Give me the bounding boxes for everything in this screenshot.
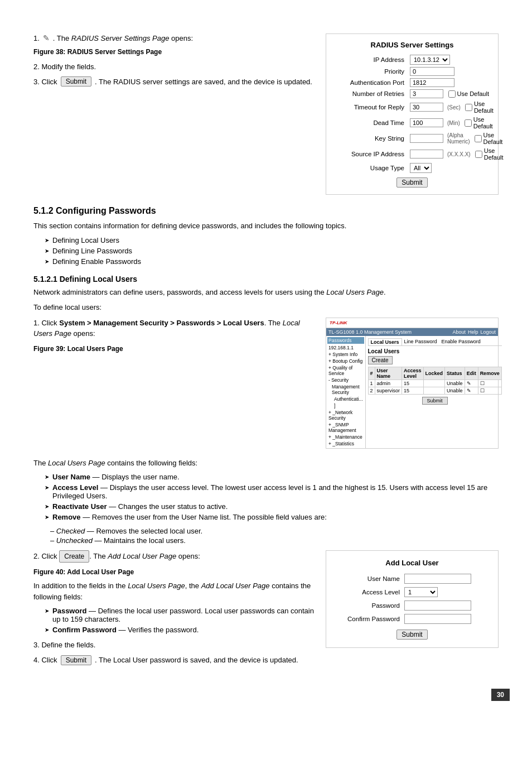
sidebar-statistics: + _Statistics [327,440,364,447]
local-users-page-ref3: Local Users Page [48,459,105,467]
sidebar-snmp: + _SNMP Management [327,421,364,434]
figure38-label: Figure 38: RADIUS Server Settings Page [33,48,315,56]
section-5121-title: 5.1.2.1 Defining Local Users [33,275,499,284]
confirm-password-input[interactable] [404,614,471,624]
auth-port-input[interactable] [410,78,454,87]
tab-line-password[interactable]: Line Password [402,338,439,345]
key-checkbox[interactable] [475,135,482,142]
add-local-page-ref2: Add Local User Page [201,582,270,590]
ip-address-select[interactable]: 10.1.3.12 [410,55,450,65]
key-string-input[interactable] [410,134,443,143]
create-btn-device[interactable]: Create [368,356,393,364]
retries-input[interactable] [410,89,443,98]
section-512-title: 5.1.2 Configuring Passwords [33,206,499,216]
source-ip-input[interactable] [410,150,443,158]
timeout-use-default[interactable]: Use Default [465,100,494,114]
usage-type-label: Usage Type [335,165,408,171]
sidebar-passwords: Passwords [327,337,364,344]
add-user-submit-button[interactable]: Submit [396,630,427,640]
remove-sub-bullets: Checked — Removes the selected local use… [50,527,499,545]
remove-checked: Checked — Removes the selected local use… [50,527,499,535]
bullet-defining-local: Defining Local Users [52,236,119,244]
timeout-label: Timeout for Reply [335,104,408,111]
add-fields-list: Password — Defines the local user passwo… [45,607,315,634]
tab-local-users[interactable]: Local Users [368,338,402,345]
sidebar-system-info: + System Info [327,351,364,358]
step3-num: 3. Click [33,78,57,86]
sidebar-bootup: + Bootup Config [327,358,364,364]
radius-submit-button[interactable]: Submit [396,177,427,188]
radius-server-settings-box: RADIUS Server Settings IP Address 10.1.3… [326,33,499,195]
source-checkbox[interactable] [475,151,482,158]
step4-num: 4. Click [33,656,57,664]
ip-address-label: IP Address [335,56,408,63]
timeout-unit: (Sec) [447,104,461,111]
device-nav-help: Help [468,329,478,335]
device-nav-about: About [452,329,466,335]
key-string-label: Key String [335,135,408,142]
table-row: 2 supervisor 15 Unable ✎ ☐ [368,387,501,394]
add-local-user-ref1: Add Local User Page [108,552,176,560]
step1-text: . The RADIUS Server Settings Page opens: [53,34,193,42]
field-remove: Remove — Removes the user from the User … [52,513,327,521]
sidebar-mgmt-security: Management Security [327,383,364,396]
source-use-default[interactable]: Use Default [475,147,504,161]
access-level-select[interactable]: 1 [404,587,438,597]
sidebar-auth: Authenticati... [327,396,364,402]
radius-page-name: RADIUS Server Settings Page [71,34,170,42]
retries-checkbox[interactable] [448,90,456,98]
key-use-default[interactable]: Use Default [475,132,503,145]
sidebar-network-sec: + _Network Security [327,409,364,421]
access-level-label: Access Level [337,589,404,595]
add-page-intro: In addition to the fields in the Local U… [33,580,315,602]
step3-define: 3. Define the fields. [33,640,315,651]
priority-input[interactable] [410,67,454,76]
step2-create: 2. Click Create. The Add Local User Page… [33,550,315,563]
click-icon: ✎ [43,33,50,42]
submit-button-radius[interactable]: Submit [61,76,91,87]
table-row: 1 admin 15 Unable ✎ ☐ [368,380,501,387]
dead-time-unit: (Min) [447,120,460,126]
sidebar-security: - Security [327,377,364,383]
nav-path-text: System > Management Security > Passwords… [59,319,264,327]
create-button-inline[interactable]: Create [59,550,89,563]
password-input[interactable] [404,601,471,611]
local-page-contains: The Local Users Page contains the follow… [33,458,499,469]
step2-text: 2. Modify the fields. [33,63,96,71]
device-nav-logout: Logout [480,329,496,335]
step4-text: . The Local User password is saved, and … [95,656,298,664]
sidebar-maintenance: + _Maintenance [327,434,364,440]
priority-label: Priority [335,68,408,75]
sidebar-qos: + Quality of Service [327,364,364,377]
bullet-defining-line: Defining Line Passwords [52,247,132,255]
timeout-input[interactable] [410,103,443,112]
step1-local-users: 1. Click System > Management Security > … [33,318,315,339]
user-name-label: User Name [337,575,404,582]
source-ip-label: Source IP Address [335,151,408,157]
device-submit-btn[interactable]: Submit [422,397,448,405]
dead-time-checkbox[interactable] [465,119,472,127]
local-users-page-ref1: Local Users Page [326,288,384,296]
source-note: (X.X.X.X) [447,151,471,157]
user-name-input[interactable] [404,574,471,584]
timeout-checkbox[interactable] [465,104,472,111]
tab-enable-password[interactable]: Enable Password [439,338,483,345]
sidebar-bracket: ] [327,402,364,409]
remove-unchecked: Unchecked — Maintains the local users. [50,536,499,545]
submit-button-final[interactable]: Submit [61,655,91,665]
step1-number: 1. [33,34,40,42]
add-user-box-title: Add Local User [337,559,487,567]
retries-use-default[interactable]: Use Default [448,90,489,98]
usage-type-select[interactable]: All [410,163,432,173]
local-users-device-screenshot: TP-LINK TL-SG1008 1.0 Management System … [326,318,499,449]
field-username: User Name — Displays the user name. [52,473,180,481]
page-number: 30 [491,689,510,701]
device-model-text: TL-SG1008 1.0 Management System [328,329,412,335]
dead-time-label: Dead Time [335,119,408,126]
figure40-label: Figure 40: Add Local User Page [33,568,315,576]
sidebar-192: 192.168.1.1 [327,344,364,351]
confirm-password-label: Confirm Password [337,616,404,622]
dead-time-input[interactable] [410,118,443,127]
field-confirm-password: Confirm Password — Verifies the password… [52,626,199,634]
dead-time-use-default[interactable]: Use Default [465,116,493,129]
